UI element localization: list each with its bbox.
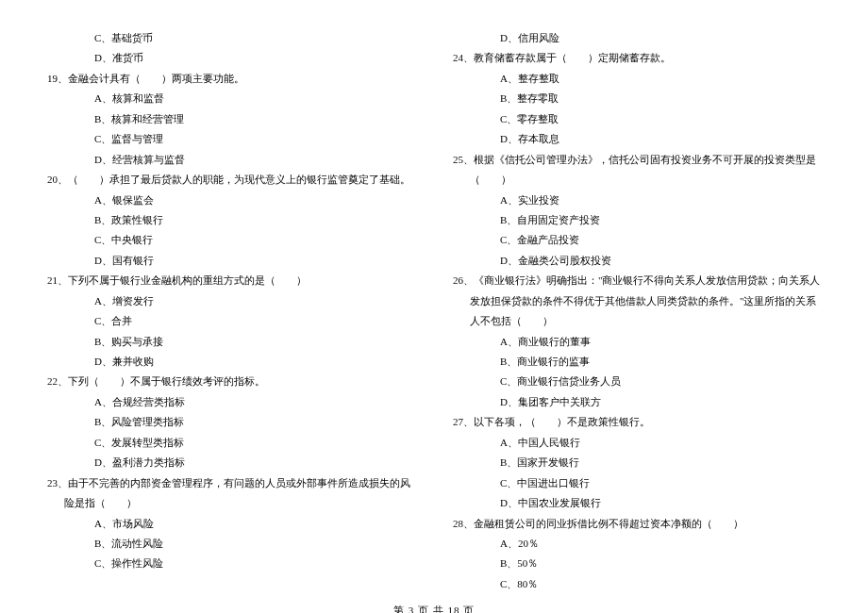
option-26-c: C、商业银行信贷业务人员 bbox=[453, 372, 821, 391]
page-footer: 第 3 页 共 18 页 bbox=[47, 594, 821, 613]
option-24-d: D、存本取息 bbox=[453, 129, 821, 149]
option-27-d: D、中国农业发展银行 bbox=[453, 493, 821, 513]
option-22-d: D、盈利潜力类指标 bbox=[47, 453, 415, 472]
option-24-a: A、整存整取 bbox=[453, 69, 821, 89]
option-26-d: D、集团客户中关联方 bbox=[453, 392, 821, 412]
option-26-b: B、商业银行的监事 bbox=[453, 352, 821, 372]
question-28: 28、金融租赁公司的同业拆借比例不得超过资本净额的（ ） bbox=[453, 514, 821, 534]
question-20: 20、（ ）承担了最后贷款人的职能，为现代意义上的银行监管奠定了基础。 bbox=[47, 170, 415, 190]
option-23-a: A、市场风险 bbox=[47, 514, 415, 534]
page-content: C、基础货币 D、准货币 19、金融会计具有（ ）两项主要功能。 A、核算和监督… bbox=[47, 28, 821, 594]
option-22-b: B、风险管理类指标 bbox=[47, 412, 415, 432]
question-25: 25、根据《信托公司管理办法》，信托公司固有投资业务不可开展的投资类型是（ ） bbox=[453, 150, 821, 191]
option-18-c: C、基础货币 bbox=[47, 28, 415, 48]
option-28-a: A、20％ bbox=[453, 534, 821, 554]
option-20-a: A、银保监会 bbox=[47, 191, 415, 210]
option-19-c: C、监督与管理 bbox=[47, 129, 415, 149]
option-19-d: D、经营核算与监督 bbox=[47, 150, 415, 170]
option-25-a: A、实业投资 bbox=[453, 191, 821, 210]
question-22: 22、下列（ ）不属于银行绩效考评的指标。 bbox=[47, 372, 415, 391]
option-27-a: A、中国人民银行 bbox=[453, 433, 821, 453]
option-23-b: B、流动性风险 bbox=[47, 534, 415, 554]
option-19-a: A、核算和监督 bbox=[47, 89, 415, 108]
question-27: 27、以下各项，（ ）不是政策性银行。 bbox=[453, 412, 821, 432]
question-23: 23、由于不完善的内部资金管理程序，有问题的人员或外部事件所造成损失的风险是指（… bbox=[47, 473, 415, 514]
option-24-b: B、整存零取 bbox=[453, 89, 821, 108]
question-26: 26、《商业银行法》明确指出："商业银行不得向关系人发放信用贷款；向关系人发放担… bbox=[453, 271, 821, 331]
option-21-b: C、合并 bbox=[47, 311, 415, 331]
option-20-d: D、国有银行 bbox=[47, 251, 415, 271]
question-24: 24、教育储蓄存款属于（ ）定期储蓄存款。 bbox=[453, 48, 821, 68]
option-20-c: C、中央银行 bbox=[47, 230, 415, 250]
option-23-d: D、信用风险 bbox=[453, 28, 821, 48]
left-column: C、基础货币 D、准货币 19、金融会计具有（ ）两项主要功能。 A、核算和监督… bbox=[47, 28, 415, 594]
option-22-c: C、发展转型类指标 bbox=[47, 433, 415, 453]
question-19: 19、金融会计具有（ ）两项主要功能。 bbox=[47, 69, 415, 89]
option-22-a: A、合规经营类指标 bbox=[47, 392, 415, 412]
option-27-c: C、中国进出口银行 bbox=[453, 473, 821, 493]
option-27-b: B、国家开发银行 bbox=[453, 453, 821, 472]
option-23-c: C、操作性风险 bbox=[47, 554, 415, 573]
right-column: D、信用风险 24、教育储蓄存款属于（ ）定期储蓄存款。 A、整存整取 B、整存… bbox=[453, 28, 821, 594]
option-18-d: D、准货币 bbox=[47, 48, 415, 68]
option-21-d: D、兼并收购 bbox=[47, 352, 415, 372]
option-25-b: B、自用固定资产投资 bbox=[453, 210, 821, 230]
option-21-c: B、购买与承接 bbox=[47, 332, 415, 352]
option-28-b: B、50％ bbox=[453, 554, 821, 573]
option-25-d: D、金融类公司股权投资 bbox=[453, 251, 821, 271]
question-21: 21、下列不属于银行业金融机构的重组方式的是（ ） bbox=[47, 271, 415, 290]
option-25-c: C、金融产品投资 bbox=[453, 230, 821, 250]
option-24-c: C、零存整取 bbox=[453, 109, 821, 129]
option-19-b: B、核算和经营管理 bbox=[47, 109, 415, 129]
option-21-a: A、增资发行 bbox=[47, 291, 415, 311]
option-26-a: A、商业银行的董事 bbox=[453, 332, 821, 352]
option-28-c: C、80％ bbox=[453, 574, 821, 594]
option-20-b: B、政策性银行 bbox=[47, 210, 415, 230]
